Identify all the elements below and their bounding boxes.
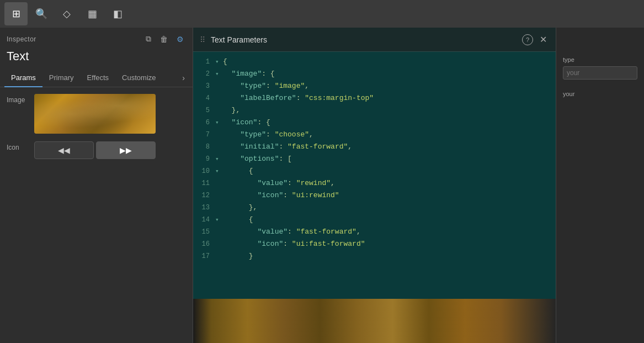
help-icon: ?: [526, 36, 529, 43]
fastforward-icon-btn[interactable]: ▶▶: [96, 141, 156, 159]
code-line-5: 5 ▾ },: [193, 105, 556, 117]
grid-icon: ⊞: [12, 8, 20, 20]
tab-params[interactable]: Params: [4, 69, 42, 87]
table-icon: ▦: [88, 8, 97, 20]
code-editor[interactable]: 1 ▾ { 2 ▾ "image": { 3 ▾ "type": "image"…: [193, 52, 556, 299]
inspector-content: Image Icon ◀◀ ▶▶: [0, 87, 193, 343]
tabs-bar: Params Primary Effects Customize ›: [0, 69, 193, 87]
code-line-2: 2 ▾ "image": {: [193, 68, 556, 81]
image-prop-row: Image: [7, 94, 186, 134]
image-preview[interactable]: [34, 94, 156, 134]
element-title: Text: [0, 48, 193, 69]
image-preview-inner: [34, 94, 156, 134]
drag-handle-icon: ⠿: [200, 35, 205, 44]
inspector-header: Inspector ⧉ 🗑 ⚙: [0, 28, 193, 48]
box-icon-btn[interactable]: ◇: [55, 2, 78, 25]
code-line-15: 15 ▾ "value": "fast-forward",: [193, 226, 556, 239]
code-line-10: 10 ▾ {: [193, 166, 556, 178]
food-image-overlay: [34, 94, 156, 134]
right-panel: type your: [556, 28, 644, 343]
code-line-3: 3 ▾ "type": "image",: [193, 81, 556, 93]
table-icon-btn[interactable]: ▦: [81, 2, 104, 25]
type-label: type: [563, 56, 637, 63]
bottom-food-image: [193, 299, 556, 343]
code-line-9: 9 ▾ "options": [: [193, 154, 556, 166]
code-line-11: 11 ▾ "value": "rewind",: [193, 178, 556, 190]
help-icon-btn[interactable]: ?: [522, 34, 533, 45]
inspector-icon-row: ⧉ 🗑 ⚙: [143, 33, 186, 45]
code-line-12: 12 ▾ "icon": "ui:rewind": [193, 190, 556, 202]
tab-primary[interactable]: Primary: [42, 69, 81, 87]
search-icon: 🔍: [35, 8, 47, 20]
icon-prop-row: Icon ◀◀ ▶▶: [7, 141, 186, 159]
json-header: ⠿ Text Parameters ? ✕: [193, 28, 556, 52]
type-input[interactable]: [563, 66, 637, 80]
main-area: Inspector ⧉ 🗑 ⚙ Text Params Primary Effe…: [0, 28, 644, 343]
tab-effects[interactable]: Effects: [81, 69, 116, 87]
settings-icon: ⚙: [177, 35, 184, 44]
bottom-image-strip: [193, 299, 556, 343]
json-panel-title: Text Parameters: [211, 35, 522, 44]
layers-icon-btn[interactable]: ◧: [106, 2, 129, 25]
code-line-16: 16 ▾ "icon": "ui:fast-forward": [193, 239, 556, 251]
inspector-panel: Inspector ⧉ 🗑 ⚙ Text Params Primary Effe…: [0, 28, 193, 343]
layers-icon: ◧: [113, 8, 123, 20]
code-line-4: 4 ▾ "labelBefore": "css:margin-top": [193, 93, 556, 105]
code-line-6: 6 ▾ "icon": {: [193, 117, 556, 129]
fastforward-icon: ▶▶: [120, 146, 132, 155]
inspector-label: Inspector: [7, 35, 36, 43]
delete-icon-btn[interactable]: 🗑: [158, 34, 170, 45]
delete-icon: 🗑: [160, 35, 168, 44]
grid-icon-btn[interactable]: ⊞: [4, 2, 28, 25]
rewind-icon: ◀◀: [58, 146, 70, 155]
rewind-icon-btn[interactable]: ◀◀: [34, 141, 94, 159]
close-icon: ✕: [540, 35, 547, 44]
tab-customize[interactable]: Customize: [115, 69, 162, 87]
code-line-14: 14 ▾ {: [193, 214, 556, 226]
copy-icon: ⧉: [146, 34, 151, 43]
code-line-8: 8 ▾ "initial": "fast-forward",: [193, 141, 556, 154]
code-line-17: 17 ▾ }: [193, 251, 556, 263]
top-toolbar: ⊞ 🔍 ◇ ▦ ◧: [0, 0, 644, 28]
search-icon-btn[interactable]: 🔍: [30, 2, 53, 25]
icon-label: Icon: [7, 141, 29, 151]
tabs-more-icon[interactable]: ›: [179, 71, 188, 85]
close-icon-btn[interactable]: ✕: [537, 33, 549, 46]
json-panel: ⠿ Text Parameters ? ✕ 1 ▾ { 2 ▾: [193, 28, 556, 343]
settings-icon-btn[interactable]: ⚙: [174, 34, 186, 45]
code-line-7: 7 ▾ "type": "choose",: [193, 129, 556, 141]
code-line-13: 13 ▾ },: [193, 202, 556, 214]
code-line-1: 1 ▾ {: [193, 56, 556, 68]
right-panel-content: type your: [556, 28, 644, 104]
icon-controls: ◀◀ ▶▶: [34, 141, 156, 159]
copy-icon-btn[interactable]: ⧉: [143, 33, 153, 45]
box-icon: ◇: [63, 8, 71, 20]
image-label: Image: [7, 94, 29, 104]
your-label: your: [563, 91, 637, 97]
json-header-icons: ? ✕: [522, 33, 549, 46]
